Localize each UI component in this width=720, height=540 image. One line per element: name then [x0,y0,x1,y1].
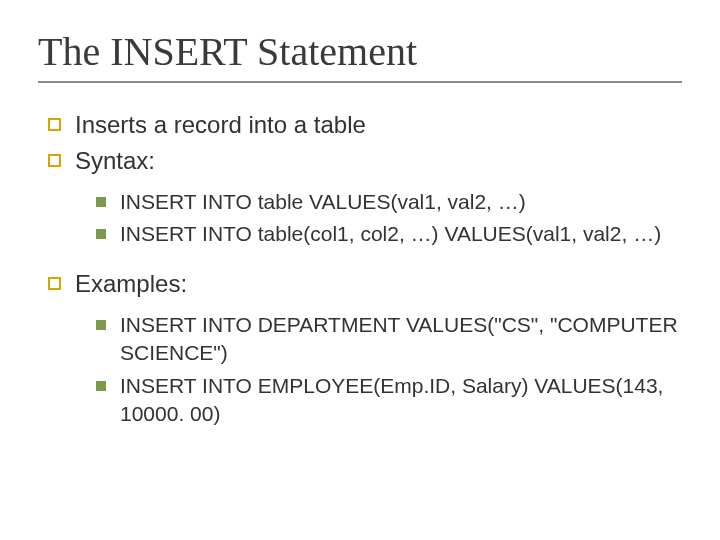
slide-title: The INSERT Statement [38,28,682,83]
bullet-text: Syntax: [75,145,155,177]
list-item: Syntax: [48,145,682,177]
examples-heading-list: Examples: [38,268,682,300]
bullet-text: Inserts a record into a table [75,109,366,141]
list-item: INSERT INTO table(col1, col2, …) VALUES(… [96,220,682,248]
bullet-text: INSERT INTO table(col1, col2, …) VALUES(… [120,220,661,248]
bullet-text: INSERT INTO DEPARTMENT VALUES("CS", "COM… [120,311,682,368]
hollow-square-bullet-icon [48,154,61,167]
filled-square-bullet-icon [96,197,106,207]
list-item: Inserts a record into a table [48,109,682,141]
list-item: INSERT INTO EMPLOYEE(Emp.ID, Salary) VAL… [96,372,682,429]
syntax-sub-list: INSERT INTO table VALUES(val1, val2, …) … [38,188,682,249]
hollow-square-bullet-icon [48,118,61,131]
filled-square-bullet-icon [96,381,106,391]
hollow-square-bullet-icon [48,277,61,290]
bullet-text: INSERT INTO EMPLOYEE(Emp.ID, Salary) VAL… [120,372,682,429]
examples-sub-list: INSERT INTO DEPARTMENT VALUES("CS", "COM… [38,311,682,428]
filled-square-bullet-icon [96,320,106,330]
bullet-text: INSERT INTO table VALUES(val1, val2, …) [120,188,526,216]
filled-square-bullet-icon [96,229,106,239]
bullet-text: Examples: [75,268,187,300]
list-item: INSERT INTO table VALUES(val1, val2, …) [96,188,682,216]
list-item: Examples: [48,268,682,300]
top-bullet-list: Inserts a record into a table Syntax: [38,109,682,178]
list-item: INSERT INTO DEPARTMENT VALUES("CS", "COM… [96,311,682,368]
